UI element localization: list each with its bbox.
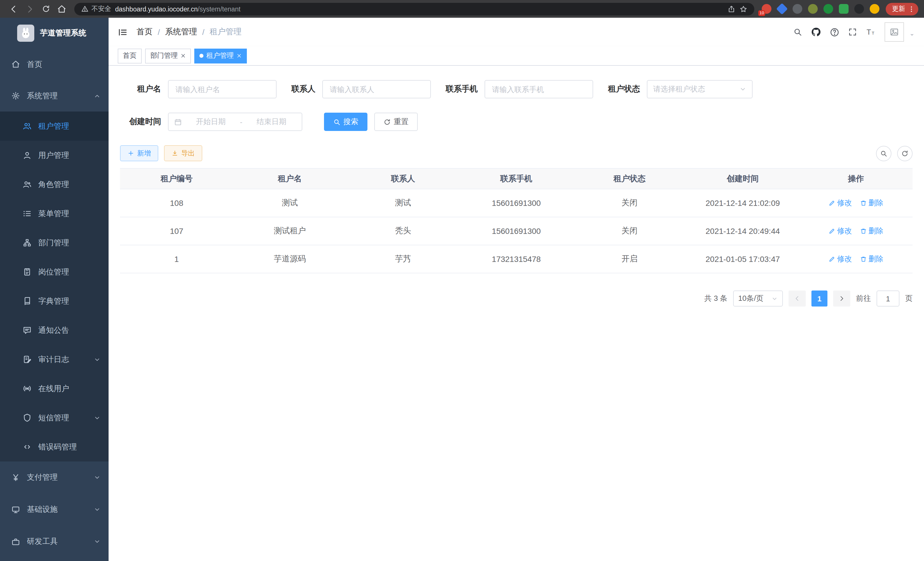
cell-mobile: 17321315478 [460,245,573,273]
tab-close-icon[interactable] [237,53,242,58]
add-button[interactable]: 新增 [120,145,158,161]
mobile-input[interactable] [484,80,593,98]
contact-input[interactable] [322,80,431,98]
sidebar-item-sms-management[interactable]: 短信管理 [0,403,109,432]
edit-link[interactable]: 修改 [829,254,852,264]
refresh-table-button[interactable] [897,146,913,161]
edit-link[interactable]: 修改 [829,198,852,208]
chevron-down-icon [94,356,100,363]
cell-tenant-name: 芋道源码 [233,245,346,273]
delete-link[interactable]: 删除 [860,198,884,208]
extension-icon[interactable] [839,4,849,14]
bookmark-star-icon[interactable] [740,5,747,13]
tab-dept-management[interactable]: 部门管理 [145,48,191,63]
tab-tenant-management[interactable]: 租户管理 [194,48,247,63]
browser-update-button[interactable]: 更新 [886,3,918,15]
sidebar-item-home[interactable]: 首页 [0,49,109,80]
extension-icon[interactable] [776,3,788,15]
edit-label: 修改 [837,254,852,264]
toggle-search-button[interactable] [876,146,891,161]
sidebar-fold-button[interactable] [118,27,128,37]
tags-view-bar: 首页 部门管理 租户管理 [109,46,924,66]
sidebar-item-tenant-management[interactable]: 租户管理 [0,111,109,141]
security-warning[interactable]: 不安全 [81,5,111,13]
sidebar-item-online-users[interactable]: 在线用户 [0,374,109,403]
sidebar-item-error-code-management[interactable]: 错误码管理 [0,432,109,462]
font-size-icon[interactable]: TT [866,27,876,37]
extension-icon[interactable] [824,4,833,14]
extension-icon[interactable] [808,4,818,14]
pagination-total: 共 3 条 [704,293,728,304]
tab-home[interactable]: 首页 [118,48,142,63]
export-button[interactable]: 导出 [164,145,202,161]
sidebar-item-dict-management[interactable]: 字典管理 [0,287,109,316]
header-search-icon[interactable] [793,27,802,37]
status-select[interactable]: 请选择租户状态 [647,80,753,98]
next-page-button[interactable] [833,290,850,307]
tenant-name-input[interactable] [168,80,277,98]
sidebar-item-dept-management[interactable]: 部门管理 [0,228,109,257]
browser-back-button[interactable] [6,1,22,17]
browser-reload-button[interactable] [38,1,54,17]
delete-link[interactable]: 删除 [860,254,884,264]
github-icon[interactable] [811,27,821,37]
search-button[interactable]: 搜索 [324,113,368,131]
search-icon [880,150,887,157]
edit-link[interactable]: 修改 [829,226,852,236]
add-button-label: 新增 [137,148,151,158]
gear-icon [11,92,20,100]
table-row[interactable]: 108 测试 测试 15601691300 关闭 2021-12-14 21:0… [120,189,913,217]
reset-button[interactable]: 重置 [374,113,418,131]
prev-page-button[interactable] [789,290,806,307]
monitor-icon [11,505,20,514]
goto-page-input[interactable] [877,290,899,307]
browser-home-button[interactable] [54,1,70,17]
contact-label: 联系人 [291,84,315,94]
search-icon [333,118,340,126]
delete-label: 删除 [868,254,884,264]
table-row[interactable]: 1 芋道源码 芋艿 17321315478 开启 2021-01-05 17:0… [120,245,913,273]
sidebar-item-menu-management[interactable]: 菜单管理 [0,199,109,228]
date-range-picker[interactable]: 开始日期 - 结束日期 [168,113,302,131]
sidebar-item-system-management[interactable]: 系统管理 [0,80,109,111]
sidebar-item-label: 系统管理 [27,91,58,101]
download-icon [171,150,178,157]
sidebar-item-post-management[interactable]: 岗位管理 [0,257,109,287]
address-bar[interactable]: 不安全 dashboard.yudao.iocoder.cn/system/te… [74,3,754,15]
tab-close-icon[interactable] [181,53,186,58]
sidebar-item-notice[interactable]: 通知公告 [0,316,109,345]
breadcrumb-item[interactable]: 首页 [136,27,153,37]
page-size-select[interactable]: 10条/页 [733,290,783,307]
yen-icon [11,473,20,482]
sidebar-item-audit-log[interactable]: 审计日志 [0,345,109,374]
breadcrumb-item[interactable]: 系统管理 [165,27,197,37]
tab-label: 部门管理 [150,51,178,61]
caret-down-icon[interactable] [909,32,915,38]
cell-status: 关闭 [573,217,686,245]
extension-icon[interactable]: 10 [762,4,771,14]
page-number-1[interactable]: 1 [812,290,827,307]
sidebar-item-infrastructure[interactable]: 基础设施 [0,493,109,526]
sidebar-item-role-management[interactable]: 角色管理 [0,170,109,199]
user-avatar[interactable] [885,22,904,42]
fullscreen-icon[interactable] [848,27,857,37]
sidebar-item-user-management[interactable]: 用户管理 [0,141,109,170]
delete-link[interactable]: 删除 [860,226,884,236]
column-header: 创建时间 [686,169,799,189]
extension-icon[interactable] [793,4,802,14]
sidebar-item-label: 支付管理 [27,472,58,483]
export-button-label: 导出 [181,148,195,158]
share-icon[interactable] [728,5,735,13]
extension-icon[interactable] [854,4,864,14]
sidebar-item-pay-management[interactable]: 支付管理 [0,462,109,493]
help-icon[interactable] [830,27,839,37]
chevron-down-icon [94,506,100,513]
role-icon [23,180,32,189]
table-row[interactable]: 107 测试租户 秃头 15601691300 关闭 2021-12-14 20… [120,217,913,245]
app-logo[interactable]: 芋道管理系统 [0,18,109,49]
sidebar-item-dev-tools[interactable]: 研发工具 [0,526,109,558]
pagination: 共 3 条 10条/页 1 前往 页 [120,290,913,307]
browser-forward-button[interactable] [22,1,38,17]
browser-profile-avatar[interactable] [870,4,879,14]
cell-mobile: 15601691300 [460,217,573,245]
